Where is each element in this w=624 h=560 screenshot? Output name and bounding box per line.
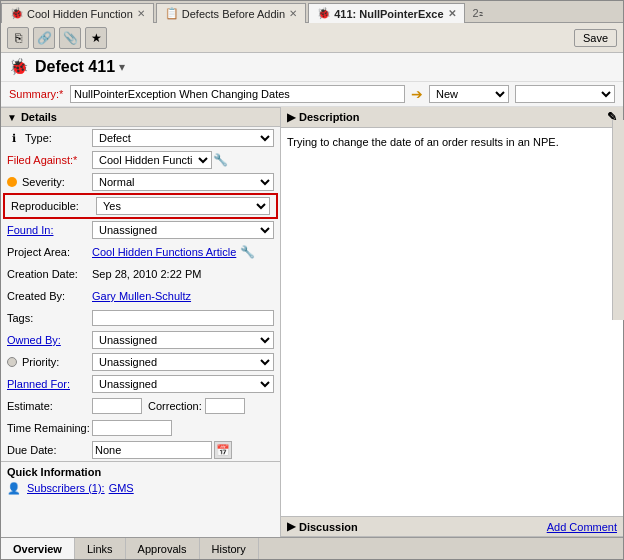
planned-for-label[interactable]: Planned For: — [7, 378, 92, 390]
type-label: ℹ Type: — [7, 131, 92, 145]
subscribers-value[interactable]: GMS — [109, 482, 134, 494]
creation-date-label: Creation Date: — [7, 268, 92, 280]
desc-header-label: Description — [299, 111, 360, 123]
right-panel: ▶ Description ✎ Trying to change the dat… — [281, 107, 623, 537]
creation-date-value: Sep 28, 2010 2:22 PM — [92, 268, 201, 280]
due-date-input[interactable] — [92, 441, 212, 459]
severity-row: Severity: Blocker Critical Major Normal … — [1, 171, 280, 193]
description-content: Trying to change the date of an order re… — [281, 128, 623, 516]
details-toggle[interactable]: ▼ — [7, 112, 17, 123]
correction-label: Correction: — [148, 400, 202, 412]
reproducible-select[interactable]: Yes No Unknown — [96, 197, 270, 215]
title-dropdown-icon[interactable]: ▾ — [119, 60, 125, 74]
details-section-header: ▼ Details — [1, 107, 280, 127]
created-by-value[interactable]: Gary Mullen-Schultz — [92, 290, 191, 302]
owned-by-label[interactable]: Owned By: — [7, 334, 92, 346]
toolbar: ⎘ 🔗 📎 ★ Save — [1, 23, 623, 53]
tab-close-cool[interactable]: ✕ — [137, 8, 145, 19]
subscribers-label[interactable]: Subscribers (1): — [27, 482, 105, 494]
planned-for-select[interactable]: Unassigned — [92, 375, 274, 393]
description-header: ▶ Description ✎ — [281, 107, 623, 128]
project-area-label: Project Area: — [7, 246, 92, 258]
created-by-row: Created By: Gary Mullen-Schultz — [1, 285, 280, 307]
title-area: 🐞 Defect 411 ▾ — [1, 53, 623, 82]
calendar-icon[interactable]: 📅 — [214, 441, 232, 459]
description-text: Trying to change the date of an order re… — [287, 134, 617, 151]
tab-bar: 🐞 Cool Hidden Function ✕ 📋 Defects Befor… — [1, 1, 623, 23]
project-area-icon[interactable]: 🔧 — [239, 244, 255, 260]
right-scrollbar[interactable] — [612, 120, 623, 320]
reproducible-label: Reproducible: — [11, 200, 96, 212]
details-header-label: Details — [21, 111, 57, 123]
time-remaining-input[interactable] — [92, 420, 172, 436]
tab-411[interactable]: 🐞 411: NullPointerExce ✕ — [308, 3, 464, 23]
owned-by-select[interactable]: Unassigned — [92, 331, 274, 349]
copy-button[interactable]: ⎘ — [7, 27, 29, 49]
estimate-input[interactable] — [92, 398, 142, 414]
tab-close-411[interactable]: ✕ — [448, 8, 456, 19]
found-in-label[interactable]: Found In: — [7, 224, 92, 236]
priority-select[interactable]: Unassigned — [92, 353, 274, 371]
tab-extra[interactable]: 2 ₂ — [467, 3, 489, 22]
bottom-tab-links[interactable]: Links — [75, 538, 126, 559]
project-area-link[interactable]: Cool Hidden Functions Article — [92, 246, 236, 258]
bottom-tab-history[interactable]: History — [200, 538, 259, 559]
summary-input[interactable] — [70, 85, 405, 103]
priority-row: Priority: Unassigned — [1, 351, 280, 373]
discussion-toggle[interactable]: ▶ Discussion — [287, 520, 358, 533]
filed-against-select[interactable]: Cool Hidden Functions Ar — [92, 151, 212, 169]
estimate-label: Estimate: — [7, 400, 92, 412]
status-select[interactable]: New Open Resolved Closed — [429, 85, 509, 103]
creation-date-row: Creation Date: Sep 28, 2010 2:22 PM — [1, 263, 280, 285]
page-title: Defect 411 — [35, 58, 115, 76]
type-row: ℹ Type: Defect Enhancement Task — [1, 127, 280, 149]
priority-dot — [7, 357, 17, 367]
tab-icon-cool: 🐞 — [10, 7, 24, 21]
left-panel: ▼ Details ℹ Type: Defect Enhancement Tas… — [1, 107, 281, 537]
planned-for-row: Planned For: Unassigned — [1, 373, 280, 395]
quick-info-section: Quick Information 👤 Subscribers (1): GMS — [1, 461, 280, 499]
project-area-row: Project Area: Cool Hidden Functions Arti… — [1, 241, 280, 263]
bottom-tab-bar: Overview Links Approvals History — [1, 537, 623, 559]
tab-defects-before[interactable]: 📋 Defects Before Addin ✕ — [156, 3, 306, 23]
found-in-row: Found In: Unassigned — [1, 219, 280, 241]
severity-select[interactable]: Blocker Critical Major Normal Minor Triv… — [92, 173, 274, 191]
add-comment-link[interactable]: Add Comment — [547, 521, 617, 533]
save-button[interactable]: Save — [574, 29, 617, 47]
attach-button[interactable]: 📎 — [59, 27, 81, 49]
extra-select[interactable] — [515, 85, 615, 103]
tags-input[interactable] — [92, 310, 274, 326]
type-info-icon: ℹ — [7, 131, 21, 145]
arrow-icon: ➔ — [411, 86, 423, 102]
tab-icon-defects: 📋 — [165, 7, 179, 21]
link-button[interactable]: 🔗 — [33, 27, 55, 49]
tab-cool-hidden[interactable]: 🐞 Cool Hidden Function ✕ — [1, 3, 154, 23]
summary-row: Summary:* ➔ New Open Resolved Closed — [1, 82, 623, 107]
time-remaining-label: Time Remaining: — [7, 422, 92, 434]
time-remaining-row: Time Remaining: — [1, 417, 280, 439]
tab-close-defects[interactable]: ✕ — [289, 8, 297, 19]
severity-label: Severity: — [7, 176, 92, 188]
found-in-select[interactable]: Unassigned — [92, 221, 274, 239]
type-select[interactable]: Defect Enhancement Task — [92, 129, 274, 147]
tab-icon-411: 🐞 — [317, 7, 331, 21]
bottom-tab-approvals[interactable]: Approvals — [126, 538, 200, 559]
owned-by-row: Owned By: Unassigned — [1, 329, 280, 351]
bottom-tab-overview[interactable]: Overview — [1, 538, 75, 559]
correction-input[interactable] — [205, 398, 245, 414]
subscriber-icon: 👤 — [7, 481, 21, 495]
due-date-row: Due Date: 📅 — [1, 439, 280, 461]
desc-toggle[interactable]: ▶ — [287, 111, 295, 124]
summary-label: Summary:* — [9, 88, 64, 100]
discussion-chevron: ▶ — [287, 520, 295, 533]
defect-title-icon: 🐞 — [9, 57, 29, 77]
discussion-section: ▶ Discussion Add Comment — [281, 516, 623, 537]
filed-against-icon[interactable]: 🔧 — [212, 152, 228, 168]
tags-label: Tags: — [7, 312, 92, 324]
discussion-label: Discussion — [299, 521, 358, 533]
quick-info-row: 👤 Subscribers (1): GMS — [7, 481, 274, 495]
main-window: 🐞 Cool Hidden Function ✕ 📋 Defects Befor… — [0, 0, 624, 560]
main-content: ▼ Details ℹ Type: Defect Enhancement Tas… — [1, 107, 623, 537]
subscribe-button[interactable]: ★ — [85, 27, 107, 49]
severity-dot — [7, 177, 17, 187]
